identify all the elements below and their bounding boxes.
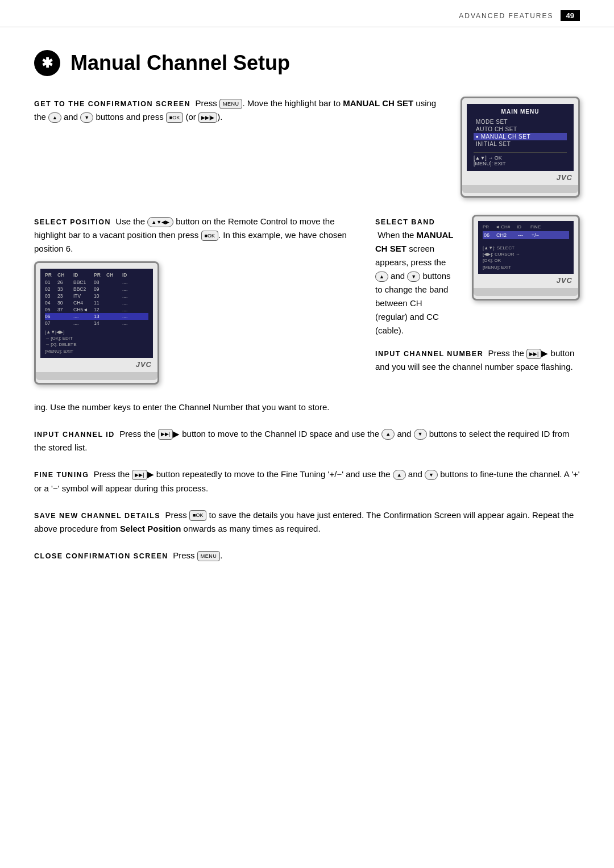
band-col-fine: FINE (530, 224, 546, 229)
input-channel-id-label: INPUT CHANNEL ID (34, 431, 115, 439)
band-col-ch: ◄ CH# (495, 224, 517, 229)
up-arrow-fine: ▲ (393, 470, 406, 481)
col-pr1: PR (45, 272, 57, 278)
ch-row-5: 0537CH5◄12.... (45, 306, 148, 313)
band-val-ch: CH2 (496, 232, 518, 238)
ch-row-4: 0430CH411.... (45, 299, 148, 306)
tv-band-screen: PR ◄ CH# ID FINE 06 CH2 --- +/− [▲▼] (472, 215, 580, 301)
col-id2: ID (122, 272, 143, 278)
main-menu-title: MAIN MENU (474, 108, 567, 115)
fine-tuning-label: FINE TUNING (34, 471, 89, 479)
select-band-row: SELECT BAND When the MANUAL CH SET scree… (375, 215, 580, 337)
menu-item-manual-ch-set: MANUAL CH SET (474, 133, 567, 140)
cursor-btn-ch-id: ▶▶| (158, 429, 173, 440)
select-position-ref: Select Position (120, 524, 181, 533)
nav-up-down-icon: ▲▼◀▶ (147, 217, 173, 227)
ok-btn-save: ■OK (189, 510, 206, 521)
band-hint: [▲▼]: SELECT[◀▶]: CURSOR ↔[OK]: OK[MENU]… (483, 245, 569, 270)
get-to-label: GET TO THE CONFIRMATION SCREEN (34, 100, 190, 108)
select-position-row: SELECT POSITION Use the ▲▼◀▶ button on t… (34, 215, 364, 256)
input-channel-number-text: INPUT CHANNEL NUMBER Press the ▶▶|▶ butt… (375, 347, 580, 374)
input-channel-id-text: INPUT CHANNEL ID Press the ▶▶|▶ button t… (34, 427, 580, 456)
page-header: ADVANCED FEATURES 49 (0, 0, 614, 27)
section-save-new-channel: SAVE NEW CHANNEL DETAILS Press ■OK to sa… (34, 508, 580, 537)
tv-bottom-channel-table (36, 372, 157, 380)
down-arrow-id: ▼ (414, 429, 427, 440)
band-val-pr: 06 (484, 232, 496, 238)
up-arrow-icon: ▲ (48, 112, 61, 123)
close-confirmation-text: CLOSE CONFIRMATION SCREEN Press MENU. (34, 549, 580, 563)
section-text-get-to: GET TO THE CONFIRMATION SCREEN Press MEN… (34, 97, 460, 124)
section-fine-tuning: FINE TUNING Press the ▶▶|▶ button repeat… (34, 468, 580, 496)
band-header-row: PR ◄ CH# ID FINE (483, 224, 569, 229)
band-col-pr: PR (483, 224, 495, 229)
ch-row-3: 0323ITV10.... (45, 293, 148, 299)
ok-btn-pos: ■OK (201, 231, 218, 241)
main-menu-screen: MAIN MENU MODE SET AUTO CH SET MANUAL CH… (460, 97, 580, 198)
down-icon-band: ▼ (407, 272, 420, 282)
manual-ch-set-label: MANUAL CH SET (343, 98, 413, 108)
cursor-btn-ch-num: ▶▶| (526, 349, 541, 359)
main-menu-hint: [▲▼] → OK[MENU]: EXIT (474, 152, 567, 166)
select-band-input-right: SELECT BAND When the MANUAL CH SET scree… (375, 215, 580, 374)
section-close-confirmation: CLOSE CONFIRMATION SCREEN Press MENU. (34, 549, 580, 563)
menu-btn-close: MENU (197, 551, 221, 562)
tv-screen-inner-main-menu: MAIN MENU MODE SET AUTO CH SET MANUAL CH… (467, 104, 574, 171)
ch-row-2: 0233BBC209.... (45, 286, 148, 293)
col-ch1: CH (57, 272, 73, 278)
title-icon-symbol: ✱ (42, 55, 53, 71)
band-val-id: --- (518, 232, 532, 238)
input-channel-number-label: INPUT CHANNEL NUMBER (375, 350, 483, 358)
input-channel-number-section: INPUT CHANNEL NUMBER Press the ▶▶|▶ butt… (375, 347, 580, 374)
tv-bottom-band (474, 288, 578, 296)
band-col-id: ID (517, 224, 530, 229)
title-icon: ✱ (34, 50, 60, 76)
section-label: ADVANCED FEATURES (459, 12, 553, 20)
tv-band-inner: PR ◄ CH# ID FINE 06 CH2 --- +/− [▲▼] (478, 221, 574, 274)
menu-item-auto-ch-set: AUTO CH SET (474, 126, 567, 133)
select-band-paragraph: SELECT BAND When the MANUAL CH SET scree… (375, 215, 455, 337)
title-section: ✱ Manual Channel Setup (34, 50, 580, 76)
cursor-right-icon: ▶▶|▶ (198, 112, 217, 123)
page-number: 49 (561, 10, 580, 21)
page-content: ✱ Manual Channel Setup GET TO THE CONFIR… (0, 27, 614, 610)
channel-table-hint: [▲▼|◀▶]→ [OK]: EDIT→ [X]: DELETE[MENU]: … (45, 329, 148, 354)
ch-row-1: 0126BBC108.... (45, 279, 148, 286)
select-band-text: SELECT BAND When the MANUAL CH SET scree… (375, 215, 455, 337)
input-ch-num-cont-text: ing. Use the number keys to enter the Ch… (34, 400, 580, 415)
band-val-fine: +/− (532, 232, 547, 238)
manual-ch-set-bold: MANUAL CH SET (375, 230, 453, 253)
col-id1: ID (73, 272, 94, 278)
ch-table-header: PR CH ID PR CH ID (45, 272, 148, 278)
fine-tuning-text: FINE TUNING Press the ▶▶|▶ button repeat… (34, 468, 580, 496)
down-arrow-icon: ▼ (80, 112, 93, 123)
tv-screen-main-menu: MAIN MENU MODE SET AUTO CH SET MANUAL CH… (460, 97, 580, 198)
close-confirmation-label: CLOSE CONFIRMATION SCREEN (34, 552, 168, 560)
ok-button-icon: ■OK (166, 112, 183, 123)
ch-row-7: 07....14.... (45, 320, 148, 327)
section-input-channel-id: INPUT CHANNEL ID Press the ▶▶|▶ button t… (34, 427, 580, 456)
tv-channel-table-screen: PR CH ID PR CH ID 0126BBC108.... 0233BBC… (34, 261, 159, 385)
select-position-label: SELECT POSITION (34, 218, 111, 226)
tv-table-inner: PR CH ID PR CH ID 0126BBC108.... 0233BBC… (40, 269, 153, 358)
down-arrow-fine: ▼ (425, 470, 438, 481)
menu-item-initial-set: INITIAL SET (474, 140, 567, 148)
tv-bottom-main (462, 185, 578, 193)
col-pr2: PR (94, 272, 106, 278)
ch-row-6-selected: 06....13.... (45, 313, 148, 320)
get-to-confirmation-text: GET TO THE CONFIRMATION SCREEN Press MEN… (34, 97, 443, 124)
col-ch2: CH (106, 272, 122, 278)
menu-button-icon: MENU (219, 99, 243, 109)
select-position-text: SELECT POSITION Use the ▲▼◀▶ button on t… (34, 215, 364, 256)
input-ch-num-continuation: ing. Use the number keys to enter the Ch… (34, 400, 580, 415)
select-band-label: SELECT BAND (375, 218, 435, 226)
save-new-channel-label: SAVE NEW CHANNEL DETAILS (34, 512, 160, 520)
section-select-position-band: SELECT POSITION Use the ▲▼◀▶ button on t… (34, 215, 580, 385)
page-title: Manual Channel Setup (70, 51, 290, 75)
tv-brand-band: JVC (474, 274, 578, 286)
cursor-btn-fine: ▶▶| (132, 470, 147, 481)
select-position-left: SELECT POSITION Use the ▲▼◀▶ button on t… (34, 215, 364, 385)
up-arrow-id: ▲ (381, 429, 395, 440)
section-get-to-confirmation: GET TO THE CONFIRMATION SCREEN Press MEN… (34, 97, 580, 198)
up-icon-band: ▲ (375, 272, 388, 282)
